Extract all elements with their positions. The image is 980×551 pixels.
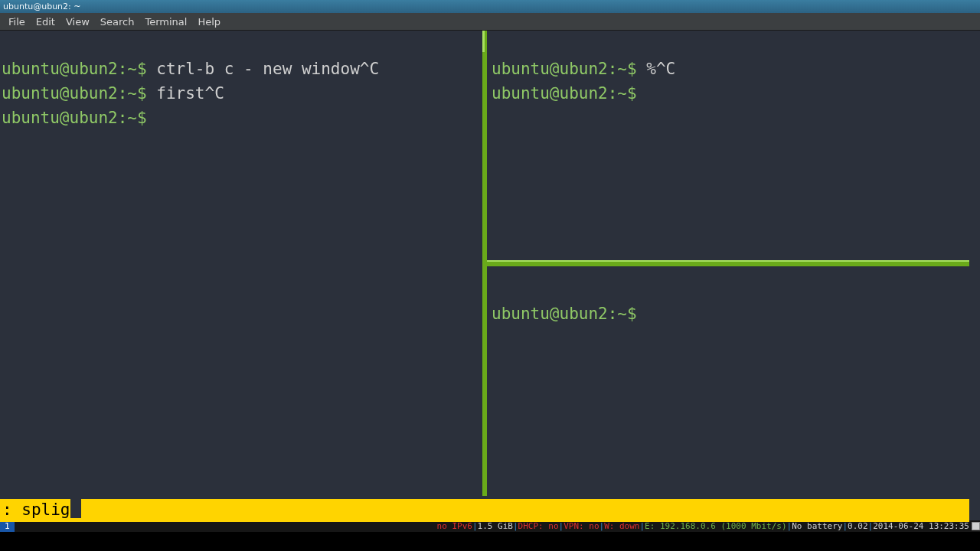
window-titlebar: ubuntu@ubun2: ~ <box>0 0 980 13</box>
shell-prompt: ubuntu@ubun2:~$ <box>492 84 646 103</box>
workspace-indicator[interactable]: 1 <box>0 520 15 532</box>
shell-prompt: ubuntu@ubun2:~$ <box>492 60 646 78</box>
menu-view[interactable]: View <box>60 16 95 28</box>
cmdbar-border <box>0 496 980 499</box>
tmux-command-text: : splig <box>2 500 70 519</box>
shell-prompt: ubuntu@ubun2:~$ <box>2 84 156 103</box>
menu-terminal[interactable]: Terminal <box>139 16 192 28</box>
status-eth: E: 192.168.0.6 (1000 Mbit/s) <box>645 520 786 532</box>
status-ipv6: no IPv6 <box>437 520 472 532</box>
cursor <box>70 498 81 518</box>
shell-command: %^C <box>646 60 675 78</box>
menu-bar: File Edit View Search Terminal Help <box>0 13 980 31</box>
menu-edit[interactable]: Edit <box>31 16 60 28</box>
menu-file[interactable]: File <box>3 16 31 28</box>
menu-search[interactable]: Search <box>95 16 140 28</box>
status-battery: No battery <box>792 520 842 532</box>
i3-status-bar: 1 no IPv6|1.5 GiB|DHCP: no|VPN: no|W: do… <box>0 520 980 532</box>
shell-prompt: ubuntu@ubun2:~$ <box>2 109 156 127</box>
status-dhcp: DHCP: no <box>518 520 559 532</box>
shell-prompt: ubuntu@ubun2:~$ <box>2 60 156 78</box>
status-load: 0.02 <box>848 520 868 532</box>
pane-divider-vertical[interactable] <box>482 31 487 520</box>
shell-command: ctrl-b c - new window^C <box>156 60 379 78</box>
window-title: ubuntu@ubun2: ~ <box>3 2 81 11</box>
tmux-command-prompt[interactable]: : splig <box>0 497 969 522</box>
tray-icon[interactable] <box>972 522 980 530</box>
cmdbar-right-gutter <box>969 496 980 520</box>
pane-right-bottom[interactable]: ubuntu@ubun2:~$ <box>490 276 969 496</box>
menu-help[interactable]: Help <box>192 16 226 28</box>
shell-prompt: ubuntu@ubun2:~$ <box>492 305 646 323</box>
status-datetime: 2014-06-24 13:23:35 <box>873 520 969 532</box>
status-vpn: VPN: no <box>564 520 599 532</box>
pane-divider-horizontal[interactable] <box>487 262 969 266</box>
status-memory: 1.5 GiB <box>478 520 513 532</box>
pane-left[interactable]: ubuntu@ubun2:~$ ctrl-b c - new window^C … <box>0 31 482 496</box>
status-right: no IPv6|1.5 GiB|DHCP: no|VPN: no|W: down… <box>437 520 980 532</box>
pane-right-top[interactable]: ubuntu@ubun2:~$ %^C ubuntu@ubun2:~$ <box>490 31 969 260</box>
right-gutter <box>969 31 980 496</box>
status-wlan: W: down <box>604 520 639 532</box>
shell-command: first^C <box>156 84 224 103</box>
tmux-workspace: ubuntu@ubun2:~$ ctrl-b c - new window^C … <box>0 31 980 520</box>
